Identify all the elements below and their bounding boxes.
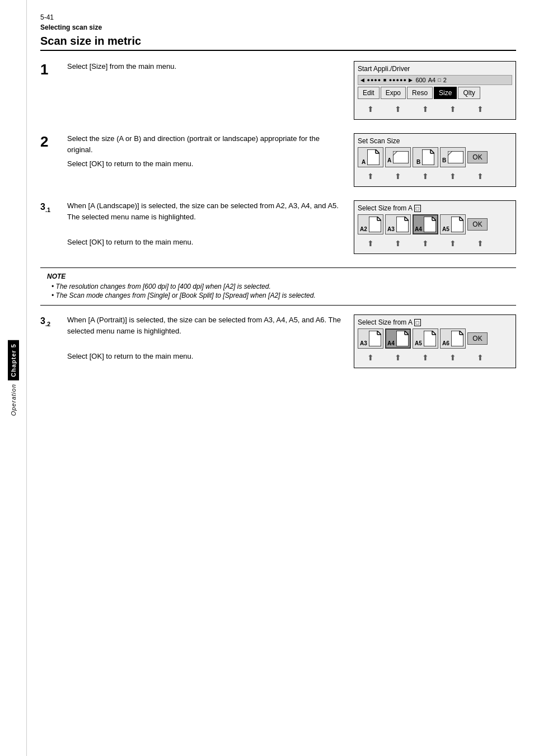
p2-arrow-4[interactable]: ⬆ xyxy=(440,170,466,183)
svg-marker-16 xyxy=(424,217,436,232)
paper-landscape-icon xyxy=(393,151,409,163)
note-box: NOTE • The resolution changes from [600 … xyxy=(40,267,516,306)
step-3-1-content: When [A (Landscape)] is selected, the si… xyxy=(67,200,354,251)
panel-3-2-size-row: A3 A4 xyxy=(358,328,512,349)
note-item-1: • The resolution changes from [600 dpi] … xyxy=(51,283,509,290)
p3-2-arrow-1[interactable]: ⬆ xyxy=(358,351,383,364)
step-3-1-text1: When [A (Landscape)] is selected, the si… xyxy=(67,200,345,222)
step-3-1-text2: Select [OK] to return to the main menu. xyxy=(67,237,345,248)
step-3-2-number: 3.2 xyxy=(40,314,67,327)
status-size: A4 xyxy=(428,77,435,83)
size-btn-A6[interactable]: A6 xyxy=(440,328,466,349)
size-btn-B-landscape[interactable]: B xyxy=(440,147,466,167)
svg-marker-28 xyxy=(424,331,436,346)
toolbar-size[interactable]: Size xyxy=(434,87,457,99)
step-1: 1 Select [Size] from the main menu. Star… xyxy=(40,61,516,120)
panel-3-2-title: Select Size from A □ xyxy=(358,318,512,326)
step-2-content: Select the size (A or B) and direction (… xyxy=(67,133,354,173)
a4v2-icon xyxy=(396,331,409,346)
size-btn-B-portrait[interactable]: B xyxy=(413,147,438,167)
arrow-2[interactable]: ⬆ xyxy=(385,102,411,116)
toolbar-reso[interactable]: Reso xyxy=(407,87,433,99)
a4-icon xyxy=(424,217,436,232)
step-3-2-text1: When [A (Portrait)] is selected, the siz… xyxy=(67,314,345,336)
paper-portrait-icon xyxy=(367,149,380,165)
ok-btn-2[interactable]: OK xyxy=(467,151,488,163)
p3-1-arrow-1[interactable]: ⬆ xyxy=(358,237,383,250)
note-item-2: • The Scan mode changes from [Single] or… xyxy=(51,292,509,299)
size-btn-A5[interactable]: A5 xyxy=(440,214,466,234)
p3-2-arrow-4[interactable]: ⬆ xyxy=(440,351,466,364)
size-btn-A5-v2[interactable]: A5 xyxy=(413,328,438,349)
panel-1-statusbar: ◀ ●●●● ■ ●●●●● ▶ 600 A4 □ 2 xyxy=(358,75,512,85)
size-btn-A2[interactable]: A2 xyxy=(358,214,383,234)
svg-marker-0 xyxy=(367,149,380,165)
step-3-2-panel: Select Size from A □ A3 xyxy=(354,314,516,368)
p3-1-arrow-5[interactable]: ⬆ xyxy=(467,237,493,250)
step-2-panel: Set Scan Size A xyxy=(354,133,516,187)
p3-1-arrow-3[interactable]: ⬆ xyxy=(413,237,438,250)
p3-2-arrow-5[interactable]: ⬆ xyxy=(467,351,493,364)
step-2-text2: Select [OK] to return to the main menu. xyxy=(67,158,345,170)
p2-arrow-3[interactable]: ⬆ xyxy=(413,170,438,183)
ok-btn-3-2[interactable]: OK xyxy=(467,332,488,345)
panel-3-1-arrows: ⬆ ⬆ ⬆ ⬆ ⬆ xyxy=(358,237,512,250)
arrow-1[interactable]: ⬆ xyxy=(358,102,383,116)
panel-1-title: Start Appli./Driver xyxy=(358,65,512,73)
panel-3-1-title: Select Size from A □ xyxy=(358,204,512,212)
arrow-3[interactable]: ⬆ xyxy=(413,102,438,116)
toolbar-edit[interactable]: Edit xyxy=(358,87,380,99)
page-number: 5-41 xyxy=(40,13,516,21)
svg-marker-25 xyxy=(396,331,409,346)
step-3-2-content: When [A (Portrait)] is selected, the siz… xyxy=(67,314,354,365)
panel-3-1-title-box: □ xyxy=(414,205,421,212)
p3-1-arrow-4[interactable]: ⬆ xyxy=(440,237,466,250)
main-content: 5-41 Selecting scan size Scan size in me… xyxy=(27,0,534,756)
note-title: NOTE xyxy=(47,273,509,280)
panel-3-2-title-box: □ xyxy=(414,319,421,326)
size-btn-A3-v2[interactable]: A3 xyxy=(358,328,383,349)
step-2-number: 2 xyxy=(40,133,67,149)
step-3-1: 3.1 When [A (Landscape)] is selected, th… xyxy=(40,200,516,254)
sidebar: Chapter 5 Operation xyxy=(0,0,27,756)
arrow-4[interactable]: ⬆ xyxy=(440,102,466,116)
ok-btn-3-1[interactable]: OK xyxy=(467,218,488,231)
p2-arrow-2[interactable]: ⬆ xyxy=(385,170,411,183)
size-btn-A-portrait[interactable]: A xyxy=(358,147,383,167)
a6-icon xyxy=(451,331,463,346)
step-3-1-number: 3.1 xyxy=(40,200,67,213)
toolbar-qlty[interactable]: Qlty xyxy=(458,87,480,99)
panel-1-toolbar: Edit Expo Reso Size Qlty xyxy=(358,87,512,99)
step-2-text1: Select the size (A or B) and direction (… xyxy=(67,133,345,155)
p3-1-arrow-2[interactable]: ⬆ xyxy=(385,237,411,250)
step-3-2-text2: Select [OK] to return to the main menu. xyxy=(67,351,345,362)
a3v2-icon xyxy=(369,331,381,346)
step-1-content: Select [Size] from the main menu. xyxy=(67,61,354,76)
status-dots: ◀ ●●●● ■ ●●●●● ▶ xyxy=(360,77,413,83)
panel-2-size-row: A A xyxy=(358,147,512,167)
p3-2-arrow-3[interactable]: ⬆ xyxy=(413,351,438,364)
a2-icon xyxy=(369,217,381,232)
p3-2-arrow-2[interactable]: ⬆ xyxy=(385,351,411,364)
sidebar-operation: Operation xyxy=(10,384,17,416)
size-btn-A4-v2[interactable]: A4 xyxy=(385,328,411,349)
a5v2-icon xyxy=(424,331,436,346)
size-btn-A4-selected[interactable]: A4 xyxy=(413,214,438,234)
step-1-panel: Start Appli./Driver ◀ ●●●● ■ ●●●●● ▶ 600… xyxy=(354,61,516,120)
svg-marker-19 xyxy=(451,217,463,232)
size-btn-A-landscape[interactable]: A xyxy=(385,147,411,167)
svg-marker-10 xyxy=(369,217,381,232)
status-resolution: 600 xyxy=(415,77,425,83)
status-paper-icon: □ xyxy=(438,77,441,83)
svg-marker-13 xyxy=(396,217,409,232)
size-btn-A3[interactable]: A3 xyxy=(385,214,411,234)
panel-2-arrows: ⬆ ⬆ ⬆ ⬆ ⬆ xyxy=(358,170,512,183)
step-3-1-panel: Select Size from A □ A2 xyxy=(354,200,516,254)
toolbar-expo[interactable]: Expo xyxy=(381,87,406,99)
panel-2-title: Set Scan Size xyxy=(358,137,512,145)
step-1-number: 1 xyxy=(40,61,67,77)
arrow-5[interactable]: ⬆ xyxy=(467,102,493,116)
sidebar-chapter: Chapter 5 xyxy=(8,340,19,381)
p2-arrow-5[interactable]: ⬆ xyxy=(467,170,493,183)
p2-arrow-1[interactable]: ⬆ xyxy=(358,170,383,183)
